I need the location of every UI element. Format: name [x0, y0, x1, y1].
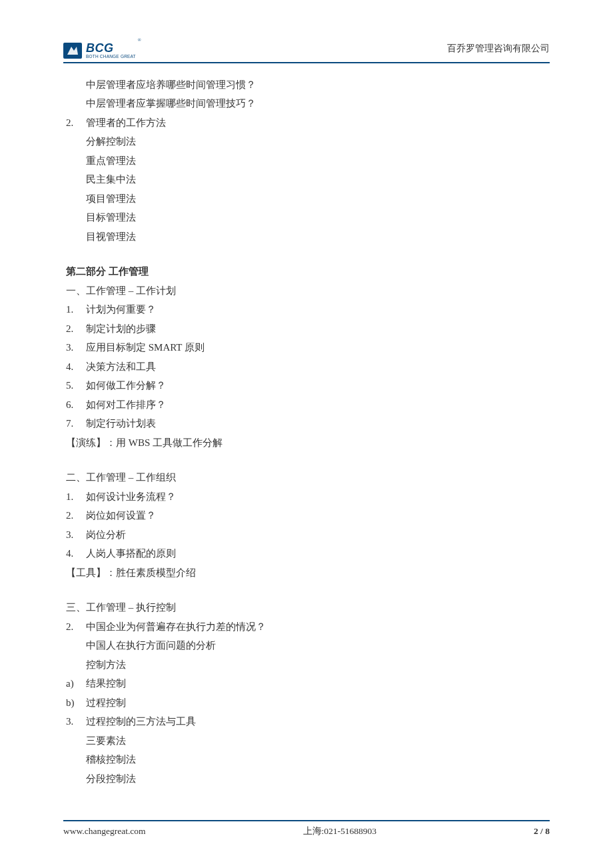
list-item: 6.如何对工作排序？ — [66, 395, 550, 415]
list-text: 岗位分析 — [86, 529, 126, 540]
list-text: 管理者的工作方法 — [86, 117, 166, 128]
subsection-title: 一、工作管理 – 工作计划 — [66, 281, 550, 301]
list-item: 7.制定行动计划表 — [66, 414, 550, 433]
text-line: 民主集中法 — [66, 170, 550, 189]
list-number: 2. — [66, 506, 86, 525]
list-number: 2. — [66, 113, 86, 133]
list-item: 4.决策方法和工具 — [66, 357, 550, 377]
text-line: 重点管理法 — [66, 151, 550, 171]
company-name: 百乔罗管理咨询有限公司 — [447, 40, 550, 59]
text-line: 目标管理法 — [66, 208, 550, 227]
list-number: 6. — [66, 395, 86, 415]
list-text: 如何做工作分解？ — [86, 380, 166, 391]
note-line: 【工具】：胜任素质模型介绍 — [66, 563, 550, 583]
subsection-title: 三、工作管理 – 执行控制 — [66, 598, 550, 617]
list-number: 5. — [66, 376, 86, 395]
list-number: 4. — [66, 357, 86, 377]
list-item: 3.过程控制的三方法与工具 — [66, 712, 550, 731]
list-number: 3. — [66, 338, 86, 357]
note-line: 【演练】：用 WBS 工具做工作分解 — [66, 433, 550, 453]
text-line: 中层管理者应掌握哪些时间管理技巧？ — [66, 94, 550, 113]
document-body: 中层管理者应培养哪些时间管理习惯？ 中层管理者应掌握哪些时间管理技巧？ 2.管理… — [63, 75, 550, 789]
list-text: 人岗人事搭配的原则 — [86, 548, 176, 559]
footer-contact: 上海:021-51688903 — [303, 823, 377, 840]
list-item: 4.人岗人事搭配的原则 — [66, 544, 550, 563]
page-total: 8 — [545, 826, 550, 836]
text-line: 项目管理法 — [66, 189, 550, 209]
list-number: 3. — [66, 525, 86, 545]
logo-text: BCG ® BOTH CHANGE GREAT — [86, 42, 136, 59]
footer-url: www.changegreat.com — [63, 823, 146, 840]
list-item: 2.制定计划的步骤 — [66, 319, 550, 339]
page-header: BCG ® BOTH CHANGE GREAT 百乔罗管理咨询有限公司 — [63, 40, 550, 63]
list-number: 7. — [66, 414, 86, 433]
list-item: 2.中国企业为何普遍存在执行力差的情况？ — [66, 617, 550, 637]
list-number: 2. — [66, 319, 86, 339]
text-line: 稽核控制法 — [66, 750, 550, 769]
text-line: 中国人在执行方面问题的分析 — [66, 636, 550, 655]
logo-mark-icon — [63, 43, 82, 59]
list-number: b) — [66, 693, 86, 713]
list-text: 中国企业为何普遍存在执行力差的情况？ — [86, 621, 266, 632]
page-current: 2 — [534, 826, 538, 836]
list-text: 过程控制的三方法与工具 — [86, 716, 196, 727]
text-line: 控制方法 — [66, 655, 550, 675]
footer-pager: 2 / 8 — [534, 823, 550, 840]
list-text: 过程控制 — [86, 697, 126, 708]
list-text: 决策方法和工具 — [86, 361, 156, 372]
list-number: a) — [66, 674, 86, 693]
list-item: 3.岗位分析 — [66, 525, 550, 545]
text-line: 分解控制法 — [66, 132, 550, 151]
list-item: 1.如何设计业务流程？ — [66, 487, 550, 507]
list-item: 3.应用目标制定 SMART 原则 — [66, 338, 550, 357]
text-line: 中层管理者应培养哪些时间管理习惯？ — [66, 75, 550, 95]
text-line: 分段控制法 — [66, 769, 550, 789]
page-footer: www.changegreat.com 上海:021-51688903 2 / … — [63, 820, 550, 840]
page-sep: / — [538, 826, 546, 836]
list-text: 岗位如何设置？ — [86, 510, 156, 521]
list-text: 计划为何重要？ — [86, 304, 156, 315]
list-number: 3. — [66, 712, 86, 731]
text-line: 目视管理法 — [66, 227, 550, 247]
logo-block: BCG ® BOTH CHANGE GREAT — [63, 42, 136, 59]
subsection-title: 二、工作管理 – 工作组织 — [66, 468, 550, 487]
list-text: 制定行动计划表 — [86, 418, 156, 429]
registered-mark-icon: ® — [137, 38, 141, 43]
list-text: 如何设计业务流程？ — [86, 491, 176, 502]
list-text: 如何对工作排序？ — [86, 399, 166, 410]
list-item: b)过程控制 — [66, 693, 550, 713]
list-number: 2. — [66, 617, 86, 637]
logo-sub: BOTH CHANGE GREAT — [86, 55, 136, 59]
list-number: 1. — [66, 300, 86, 319]
document-page: BCG ® BOTH CHANGE GREAT 百乔罗管理咨询有限公司 中层管理… — [0, 0, 613, 841]
list-text: 制定计划的步骤 — [86, 323, 156, 334]
list-item: 2.岗位如何设置？ — [66, 506, 550, 525]
list-number: 1. — [66, 487, 86, 507]
list-item: 1.计划为何重要？ — [66, 300, 550, 319]
section-heading: 第二部分 工作管理 — [66, 262, 550, 281]
logo-top: BCG — [86, 42, 136, 54]
list-number: 4. — [66, 544, 86, 563]
list-item: a)结果控制 — [66, 674, 550, 693]
list-item: 2.管理者的工作方法 — [66, 113, 550, 133]
list-text: 结果控制 — [86, 678, 126, 689]
list-text: 应用目标制定 SMART 原则 — [86, 342, 205, 353]
text-line: 三要素法 — [66, 731, 550, 751]
list-item: 5.如何做工作分解？ — [66, 376, 550, 395]
